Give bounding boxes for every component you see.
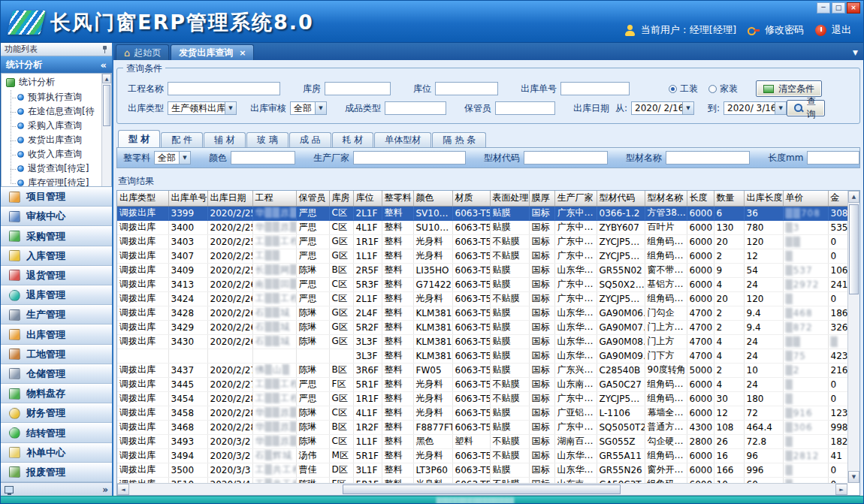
project-name-input[interactable] — [168, 82, 280, 95]
scroll-up-icon[interactable]: ▲ — [102, 74, 111, 83]
table-row[interactable]: 调拨出库34302020/2/26石▒▒城陈琳G区3L3F整料KLM381760… — [117, 334, 847, 349]
sidebar-item-site[interactable]: 工地管理 — [1, 345, 112, 364]
logout-link[interactable]: 退出 — [832, 23, 851, 37]
tree-item[interactable]: 退货查询[待定] — [2, 161, 111, 176]
column-header[interactable]: 单价 — [783, 191, 828, 206]
tree-item[interactable]: 在途信息查询[待 — [2, 104, 111, 119]
table-row[interactable]: 调拨出库34542020/2/28工▒▒工程严思G区1R1F整料光身料6063-… — [117, 391, 847, 406]
sidebar-item-carryover[interactable]: 结转管理 — [1, 423, 112, 442]
tree-root-node[interactable]: 统计分析 — [2, 74, 111, 90]
table-row[interactable]: 调拨出库34372020/2/27佛▒山▒陈琳B区3R6F整料FW056063-… — [117, 363, 847, 377]
column-header[interactable]: 颜色 — [413, 191, 452, 206]
column-header[interactable]: 表面处理 — [490, 191, 529, 206]
sidebar-item-finance[interactable]: 财务管理 — [1, 403, 112, 423]
table-row[interactable]: 调拨出库34002020/2/25华▒▒原▒严思C区4L1F整料SU10…606… — [117, 220, 847, 234]
search-button[interactable]: 查 询 — [787, 100, 825, 116]
column-header[interactable]: 生产厂家 — [554, 191, 597, 206]
horizontal-scrollbar[interactable]: ◄ ► — [117, 483, 847, 495]
sidebar-item-purchase[interactable]: 采购管理 — [1, 226, 112, 246]
more-icon[interactable]: » — [102, 484, 108, 495]
column-header[interactable]: 库位 — [353, 191, 382, 206]
column-header[interactable]: 出库日期 — [207, 191, 252, 206]
column-header[interactable]: 库房 — [329, 191, 353, 206]
table-row[interactable]: 调拨出库35002020/3/3工▒共工程曹佳D区3L1F整料LT3P60606… — [117, 463, 847, 477]
sidebar-item-production[interactable]: 生产管理 — [1, 305, 112, 324]
column-header[interactable]: 出库单号 — [168, 191, 207, 206]
column-header[interactable]: 数量 — [714, 191, 744, 206]
maximize-button[interactable]: □ — [832, 2, 845, 14]
column-header[interactable]: 金 — [828, 191, 847, 206]
tab-shipping-outbound-query[interactable]: 发货出库查询× — [171, 44, 254, 60]
profile-code-input[interactable] — [524, 151, 608, 164]
column-header[interactable]: 保管员 — [296, 191, 329, 206]
material-tab-peijian[interactable]: 配 件 — [161, 132, 203, 147]
table-row[interactable]: 调拨出库34932020/3/2华▒▒原▒陈琳C区1L1F整料黑色塑料不贴膜国标… — [117, 434, 847, 448]
minimize-button[interactable]: ─ — [817, 2, 830, 14]
material-tab-gerietiao[interactable]: 隔 热 条 — [432, 132, 486, 147]
radio-gongzhuang[interactable]: 工装 — [669, 83, 698, 95]
column-header[interactable]: 材质 — [452, 191, 490, 206]
warehouse-input[interactable] — [325, 82, 391, 95]
change-password-link[interactable]: 修改密码 — [765, 23, 804, 37]
pin-icon[interactable] — [101, 46, 108, 53]
table-row[interactable]: 调拨出库34092020/2/25长▒▒网▒陈琳B区2R5F整料LI35HO60… — [117, 263, 847, 277]
tree-scrollbar[interactable]: ▲ — [101, 74, 111, 186]
table-row[interactable]: 调拨出库34282020/2/26石▒▒城陈琳G区2L4F整料KLM381760… — [117, 306, 847, 320]
scrollbar-thumb[interactable] — [343, 484, 621, 494]
table-row[interactable]: 调拨出库33992020/2/25华▒▒原▒严思C区2L1F整料SV10…606… — [117, 206, 847, 220]
column-header[interactable]: 型材代码 — [597, 191, 645, 206]
column-header[interactable]: 出库类型 — [117, 191, 168, 206]
profile-name-input[interactable] — [666, 151, 750, 164]
tree-item[interactable]: 预算执行查询 — [2, 90, 111, 104]
outbound-audit-select[interactable]: 全部 ▼ — [290, 101, 327, 115]
table-row[interactable]: 调拨出库34072020/2/25工▒▒严思G区1L1F整料光身料6063-T5… — [117, 249, 847, 263]
keeper-input[interactable] — [495, 101, 555, 115]
whole-part-select[interactable]: 全部 ▼ — [154, 151, 191, 164]
tab-close-icon[interactable]: × — [239, 48, 246, 58]
collapse-icon[interactable]: « — [101, 59, 107, 71]
sidebar-item-return-goods[interactable]: 退货管理 — [1, 266, 112, 285]
material-tab-fucai[interactable]: 辅 材 — [204, 132, 246, 147]
sidebar-item-warehouse[interactable]: 仓储管理 — [1, 364, 112, 384]
section-header-statistics[interactable]: 统计分析 « — [1, 56, 112, 73]
table-row[interactable]: 调拨出库34032020/2/25工▒▒工程严思G区1R1F整料光身料6063-… — [117, 234, 847, 249]
tree-item[interactable]: 发货出库查询 — [2, 133, 111, 147]
table-row[interactable]: 调拨出库34582020/2/28华▒▒原▒陈琳C区4L1F整料光身料6063-… — [117, 406, 847, 420]
close-button[interactable]: × — [847, 2, 860, 14]
table-row[interactable]: 调拨出库34682020/2/28华▒▒原▒陈琳B区1R2F整料F8877FT6… — [117, 420, 847, 434]
tree-item[interactable]: 收货入库查询 — [2, 147, 111, 161]
sidebar-item-supplement[interactable]: 补单中心 — [1, 443, 112, 463]
sidebar-item-project[interactable]: 项目管理 — [1, 187, 112, 207]
tab-list-caret-icon[interactable]: ▼ — [853, 49, 858, 56]
vertical-scrollbar[interactable]: ▲ ▼ — [847, 191, 859, 483]
sidebar-item-audit[interactable]: 审核中心 — [1, 207, 112, 226]
column-header[interactable]: 长度 — [687, 191, 714, 206]
material-tab-haocai[interactable]: 耗 材 — [332, 132, 374, 147]
tree-item[interactable]: 采购入库查询 — [2, 119, 111, 133]
sidebar-item-inbound[interactable]: 入库管理 — [1, 246, 112, 266]
table-row[interactable]: 3L3F整料KLM38176063-T5贴膜国标山东华…GA90M09…门下方4… — [117, 349, 847, 363]
clear-conditions-button[interactable]: 清空条件 — [756, 80, 822, 97]
date-from-picker[interactable]: 2020/ 2/16 ▼ — [631, 101, 694, 115]
column-header[interactable]: 整零料 — [382, 191, 413, 206]
table-row[interactable]: 调拨出库34452020/2/27工▒▒工程严思F区5R1F整料光身料6063-… — [117, 377, 847, 391]
product-type-input[interactable] — [385, 101, 446, 115]
table-row[interactable]: 调拨出库35102020/3/4工▒共工程陈琳F区5R1F整料光身料6063-T… — [117, 477, 847, 483]
column-header[interactable]: 膜厚 — [529, 191, 554, 206]
table-row[interactable]: 调拨出库34942020/3/2石▒辉城汤伟M区5R1F整料光身料6063-T5… — [117, 448, 847, 463]
manufacturer-input[interactable] — [353, 151, 466, 164]
tree-item[interactable]: 库存管理[待定] — [2, 176, 111, 187]
scroll-up-icon[interactable]: ▲ — [848, 191, 859, 203]
scroll-left-icon[interactable]: ◄ — [117, 484, 129, 495]
sidebar-item-scrap[interactable]: 报废管理 — [1, 463, 112, 482]
sidebar-item-inventory[interactable]: 物料盘存 — [1, 384, 112, 403]
table-row[interactable]: 调拨出库34132020/2/26南▒▒回▒严思C区5R3F整料G7142260… — [117, 277, 847, 291]
sidebar-item-outbound[interactable]: 出库管理 — [1, 324, 112, 344]
radio-jiazhuang[interactable]: 家装 — [708, 83, 738, 95]
computer-icon[interactable] — [5, 486, 14, 493]
outbound-type-select[interactable]: 生产领料出库 ▼ — [168, 101, 237, 115]
table-row[interactable]: 调拨出库34292020/2/26石▒▒城陈琳G区5R2F整料KLM381760… — [117, 320, 847, 334]
scrollbar-thumb[interactable] — [103, 85, 110, 126]
scrollbar-thumb[interactable] — [849, 204, 859, 294]
material-tab-xingcai[interactable]: 型 材 — [118, 130, 160, 147]
